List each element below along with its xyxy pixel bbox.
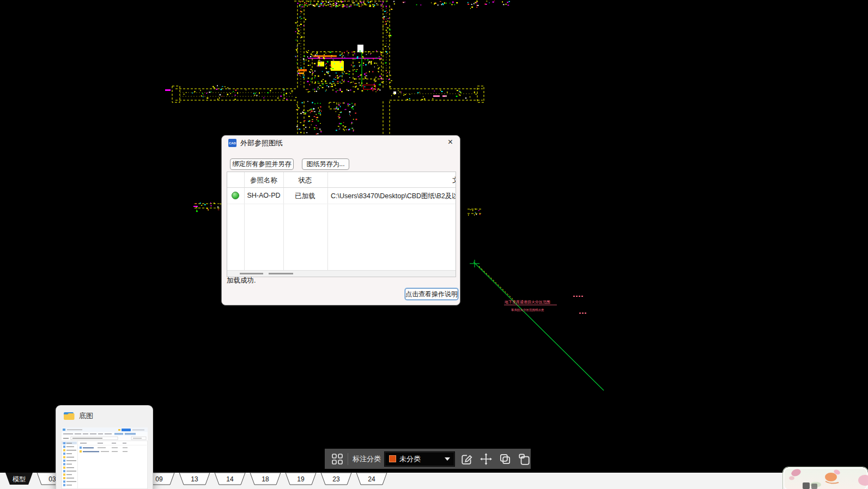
h-scrollbar-thumb[interactable] (269, 273, 293, 274)
cad-app-icon-label: CAD (229, 142, 236, 145)
explorer-thumbnail[interactable] (62, 427, 148, 489)
xref-status: 已加载 (295, 192, 315, 201)
close-icon[interactable]: × (448, 137, 453, 147)
application-window: { "dialog": { "icon_label": "CAD", "titl… (0, 0, 868, 489)
column-header-path: 文 (452, 176, 456, 185)
color-swatch (389, 455, 396, 462)
grid-icon[interactable] (331, 452, 343, 466)
loaded-status-icon (232, 192, 239, 199)
folder-icon (64, 412, 75, 420)
copy-icon[interactable] (499, 453, 512, 466)
dialog-title: 外部参照图纸 (240, 138, 283, 148)
tab-sheet-label: 18 (262, 475, 269, 483)
tab-sheet-label: 24 (368, 475, 375, 483)
annotation-toolbar: 标注分类 未分类 (325, 449, 531, 469)
classify-label: 标注分类 (353, 454, 381, 464)
help-button[interactable]: 点击查看操作说明 (405, 288, 458, 300)
column-header-status: 状态 (299, 176, 312, 185)
tab-sheet-label: 09 (155, 475, 163, 483)
move-icon[interactable] (479, 453, 493, 466)
bind-all-save-button[interactable]: 绑定所有参照并另存 (230, 158, 294, 170)
pink-annotation-1: 地下车库通道防火分区范围 (504, 299, 550, 304)
cad-app-icon: CAD (228, 139, 236, 147)
xref-table: 参照名称 状态 文 SH-AO-PD 已加载 C:\Users\83470\De… (227, 172, 456, 277)
h-scrollbar-thumb[interactable] (240, 273, 263, 274)
external-ref-dialog: CAD 外部参照图纸 × 绑定所有参照并另存 图纸另存为... 参照名称 状态 … (221, 135, 460, 305)
table-divider (283, 172, 284, 270)
tab-model-label: 模型 (13, 475, 26, 483)
tab-sheet-label: 03 (48, 475, 56, 483)
dialog-titlebar[interactable]: CAD 外部参照图纸 × (222, 136, 460, 150)
pink-annotation-2: 车库防火分区范围线示意 (511, 308, 544, 312)
table-header-line (227, 187, 456, 188)
floral-art (783, 467, 868, 489)
table-divider (244, 172, 245, 270)
tab-sheet-label: 19 (297, 475, 305, 483)
ime-skin-widget[interactable] (783, 467, 868, 489)
classification-value: 未分类 (399, 454, 445, 464)
h-scrollbar[interactable] (227, 270, 456, 277)
toolbar-separator (348, 453, 348, 465)
tab-sheet-label: 14 (226, 475, 234, 483)
chevron-down-icon (445, 457, 450, 461)
table-row-line (227, 204, 456, 204)
column-header-name: 参照名称 (250, 176, 277, 185)
drawing-saveas-button[interactable]: 图纸另存为... (302, 158, 349, 170)
xref-path: C:\Users\83470\Desktop\CBD图纸\B2及以 (331, 192, 456, 201)
tab-sheet-label: 13 (191, 475, 198, 483)
tab-sheet-label: 23 (332, 475, 340, 483)
paste-icon[interactable] (518, 453, 531, 466)
xref-name: SH-AO-PD (247, 192, 280, 199)
preview-title: 底图 (79, 411, 93, 421)
table-divider (327, 172, 328, 270)
status-text: 加载成功. (227, 276, 256, 285)
classification-dropdown[interactable]: 未分类 (385, 452, 454, 466)
edit-icon[interactable] (460, 453, 474, 466)
taskbar-preview-panel[interactable]: 底图 (56, 406, 153, 489)
